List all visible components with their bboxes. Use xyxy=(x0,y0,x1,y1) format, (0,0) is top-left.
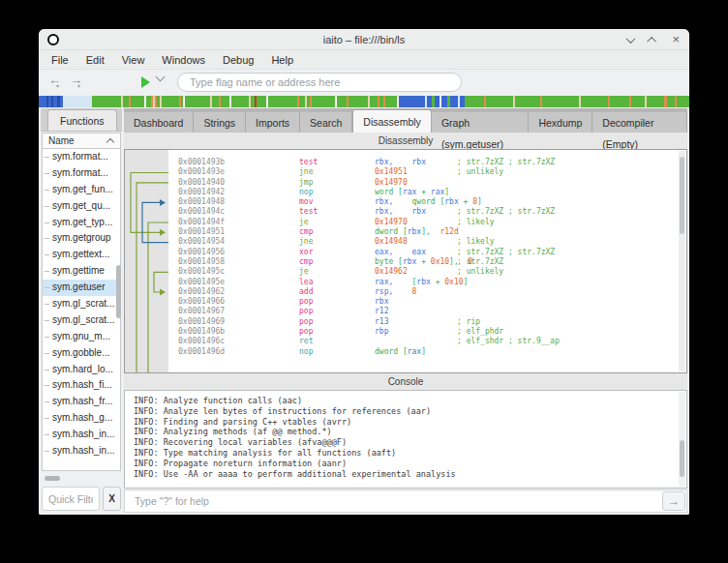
menu-windows[interactable]: Windows xyxy=(153,50,214,70)
function-list-item[interactable]: sym.get_typ... xyxy=(43,215,120,231)
minimize-button[interactable] xyxy=(626,34,636,44)
disassembly-row[interactable]: 0x00014962addrsp, 8 xyxy=(125,287,679,297)
forward-button[interactable]: → xyxy=(70,73,82,87)
instruction-operands: r12 xyxy=(375,307,388,315)
disassembly-scrollbar[interactable] xyxy=(679,151,685,371)
close-button[interactable]: × xyxy=(672,29,680,50)
memory-map-bar[interactable] xyxy=(39,96,689,107)
tab-disassembly[interactable]: Disassembly xyxy=(352,109,432,133)
memory-segment xyxy=(486,96,513,107)
instruction-mnemonic: test xyxy=(299,158,375,167)
console-command-input[interactable] xyxy=(125,490,661,512)
disassembly-row[interactable]: 0x00014956xoreax, eax; str.7zXZ ; str.7z… xyxy=(125,248,679,257)
tab-graph-sym-getuser[interactable]: Graph (sym.getuser) xyxy=(432,111,530,133)
tab-strings[interactable]: Strings xyxy=(194,111,246,133)
disassembly-row[interactable]: 0x00014958cmpbyte [rbx + 0x10], 0; str.7… xyxy=(125,257,679,267)
disassembly-row[interactable]: 0x00014940jmp0x14970 xyxy=(125,178,679,188)
debug-dropdown-caret[interactable] xyxy=(156,73,166,82)
title-bar[interactable]: iaito – file:///bin/ls × xyxy=(39,29,689,50)
disassembly-row[interactable]: 0x00014948movrbx, qword [rbx + 8] xyxy=(125,197,679,207)
menu-help[interactable]: Help xyxy=(262,50,302,70)
instruction-comment: ; unlikely xyxy=(457,267,503,277)
tab-decompiler-empty[interactable]: Decompiler (Empty) xyxy=(592,111,687,133)
back-dropdown-caret[interactable]: ▾ xyxy=(56,82,59,89)
disassembly-row[interactable]: 0x0001493btestrbx, rbx; str.7zXZ ; str.7… xyxy=(125,158,679,167)
quick-filter-clear-button[interactable]: X xyxy=(103,487,121,511)
function-list-item[interactable]: sym.gobble... xyxy=(43,345,120,362)
disassembly-row[interactable]: 0x00014951cmpdword [rbx], r12d xyxy=(125,227,679,237)
instruction-comment: ; rip xyxy=(457,317,480,327)
disassembly-row[interactable]: 0x00014942nopword [rax + rax] xyxy=(125,188,679,197)
disassembly-row[interactable]: 0x00014954jne0x14948; likely xyxy=(125,237,679,247)
disassembly-view[interactable]: 0x0001493btestrbx, rbx; str.7zXZ ; str.7… xyxy=(124,149,687,373)
console-dock-title[interactable]: Console xyxy=(124,373,687,390)
function-list-item[interactable]: sym.format... xyxy=(43,165,120,182)
memory-segment xyxy=(39,96,46,107)
function-list-item[interactable]: sym.hash_in... xyxy=(43,427,120,443)
disassembly-row[interactable]: 0x00014967popr12 xyxy=(125,307,679,316)
function-list-item[interactable]: sym.gl_scrat... xyxy=(43,312,120,329)
seek-address-input[interactable] xyxy=(177,73,462,92)
function-list-item[interactable]: sym.gl_scrat... xyxy=(43,296,120,312)
console-line: INFO: Propagate noreturn information (aa… xyxy=(134,459,686,469)
console-line: INFO: Recovering local variables (afva@@… xyxy=(134,437,686,448)
function-list-item[interactable]: sym.get_fun... xyxy=(43,182,120,198)
instruction-address: 0x0001493e xyxy=(178,167,299,177)
disassembly-row[interactable]: 0x0001495cje0x14962; unlikely xyxy=(125,267,679,277)
forward-dropdown-caret[interactable]: ▾ xyxy=(77,82,80,89)
tab-functions[interactable]: Functions xyxy=(47,109,117,131)
menu-bar: FileEditViewWindowsDebugHelp xyxy=(39,50,689,70)
function-list-item[interactable]: sym.gettime xyxy=(43,263,120,280)
function-list-item[interactable]: sym.gnu_m... xyxy=(43,329,120,345)
disassembly-row[interactable]: 0x0001494ctestrbx, rbx; str.7zXZ ; str.7… xyxy=(125,207,679,217)
disassembly-row[interactable]: 0x0001496cret; elf_shdr ; str.9__ap xyxy=(125,337,679,346)
function-list-item[interactable]: sym.hash_fi... xyxy=(43,377,120,394)
function-list-item[interactable]: sym.getgroup xyxy=(43,230,120,247)
function-list-item[interactable]: sym.hash_fr... xyxy=(43,394,120,410)
console-send-button[interactable]: → xyxy=(662,491,685,511)
tab-imports[interactable]: Imports xyxy=(246,111,300,133)
disassembly-row[interactable]: 0x00014966poprbx xyxy=(125,297,679,307)
menu-edit[interactable]: Edit xyxy=(77,50,113,70)
instruction-comment: ; elf_phdr xyxy=(457,327,503,337)
function-list-item[interactable]: sym.hash_g... xyxy=(43,410,120,427)
instruction-address: 0x0001494f xyxy=(178,218,299,227)
maximize-button[interactable] xyxy=(648,36,657,45)
console-scrollbar[interactable] xyxy=(679,392,685,487)
function-list-item[interactable]: sym.getuser xyxy=(43,280,120,296)
menu-file[interactable]: File xyxy=(43,50,77,70)
instruction-address: 0x00014962 xyxy=(178,287,299,297)
instruction-operands: rbp xyxy=(375,327,388,336)
disassembly-scrollbar-handle[interactable] xyxy=(680,157,684,234)
instruction-comment: ; str.7zXZ xyxy=(457,257,503,267)
functions-name-column-header[interactable]: Name xyxy=(42,133,121,149)
instruction-address: 0x0001496c xyxy=(178,337,299,346)
function-list-item[interactable]: sym.hard_lo... xyxy=(43,362,120,378)
function-list-item[interactable]: sym.gettext... xyxy=(43,247,120,263)
tab-search[interactable]: Search xyxy=(300,111,352,133)
disassembly-row[interactable]: 0x0001496bpoprbp; elf_phdr xyxy=(125,327,679,337)
functions-horizontal-scrollbar[interactable] xyxy=(45,476,60,481)
instruction-operands: 0x14962 xyxy=(375,267,408,276)
function-list-item[interactable]: sym.hash_in... xyxy=(43,443,120,459)
disassembly-row[interactable]: 0x0001494fje0x14970; likely xyxy=(125,218,679,227)
disassembly-row[interactable]: 0x0001496dnopdword [rax] xyxy=(125,347,679,357)
memory-segment xyxy=(337,96,347,107)
console-output[interactable]: INFO: Analyze function calls (aac)INFO: … xyxy=(124,390,687,489)
quick-filter-input[interactable] xyxy=(42,487,100,511)
disassembly-row[interactable]: 0x0001493ejne0x14951; unlikely xyxy=(125,167,679,177)
function-list-item[interactable]: sym.format... xyxy=(43,149,120,165)
instruction-mnemonic: pop xyxy=(299,317,375,327)
back-button[interactable]: ← xyxy=(48,73,61,87)
tab-hexdump[interactable]: Hexdump xyxy=(529,111,592,133)
function-list-item[interactable]: sym.get_qu... xyxy=(43,198,120,215)
debug-start-icon[interactable] xyxy=(141,76,150,88)
instruction-address: 0x0001493b xyxy=(178,158,299,167)
console-scrollbar-handle[interactable] xyxy=(680,440,684,477)
disassembly-row[interactable]: 0x0001495elearax, [rbx + 0x10] xyxy=(125,278,679,287)
disassembly-row[interactable]: 0x00014969popr13; rip xyxy=(125,317,679,327)
tab-dashboard[interactable]: Dashboard xyxy=(124,111,194,133)
menu-view[interactable]: View xyxy=(113,50,154,70)
functions-vertical-scrollbar[interactable] xyxy=(116,265,121,318)
menu-debug[interactable]: Debug xyxy=(214,50,262,70)
